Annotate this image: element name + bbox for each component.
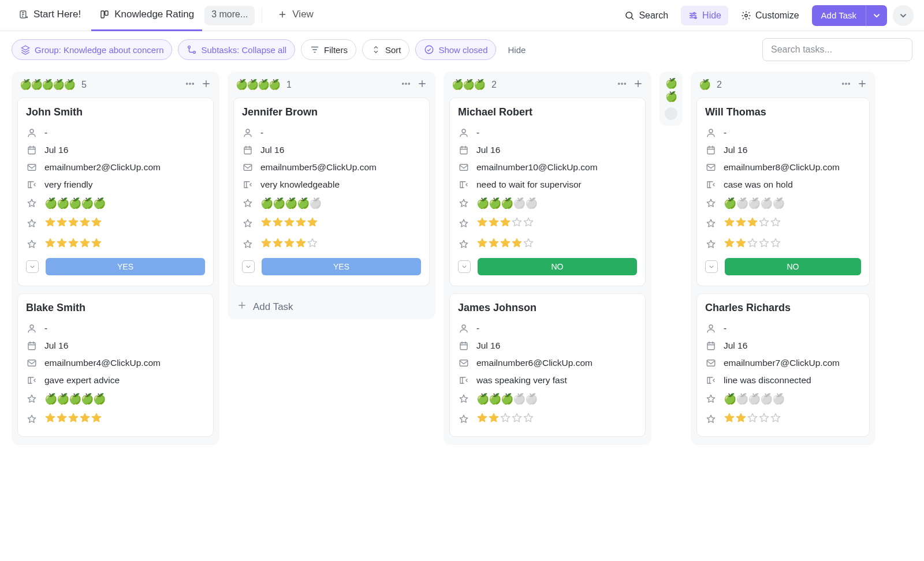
assignee-row[interactable]: - xyxy=(242,124,421,141)
date-value: Jul 16 xyxy=(724,145,747,155)
note-row[interactable]: need to wait for supervisor xyxy=(458,176,637,193)
note-row[interactable]: case was on hold xyxy=(705,176,861,193)
email-row[interactable]: emailnumber4@ClickUp.com xyxy=(26,354,205,372)
task-card[interactable]: Blake Smith-Jul 16emailnumber4@ClickUp.c… xyxy=(17,293,214,437)
result-row[interactable]: NO xyxy=(705,255,861,279)
result-pill[interactable]: YES xyxy=(262,258,421,275)
result-row[interactable]: YES xyxy=(26,255,205,279)
person-icon xyxy=(705,323,717,334)
date-row[interactable]: Jul 16 xyxy=(26,141,205,159)
search-tasks-input[interactable] xyxy=(762,38,912,61)
result-pill[interactable]: NO xyxy=(478,258,637,275)
stars1-row[interactable] xyxy=(458,213,637,234)
filters-chip[interactable]: Filters xyxy=(301,39,356,60)
column-add[interactable] xyxy=(417,78,427,91)
column-menu[interactable] xyxy=(401,78,411,91)
assignee-row[interactable]: - xyxy=(26,124,205,141)
add-task-row[interactable]: Add Task xyxy=(228,294,435,319)
task-card[interactable]: Jennifer Brown-Jul 16emailnumber5@ClickU… xyxy=(233,98,430,286)
stars1 xyxy=(476,412,534,426)
date-row[interactable]: Jul 16 xyxy=(705,337,861,354)
note-row[interactable]: very knowledgeable xyxy=(242,176,421,193)
dropdown-icon[interactable] xyxy=(26,260,39,273)
tab-start-here[interactable]: Start Here! xyxy=(10,0,89,31)
board-column: 🍏2Will Thomas-Jul 16emailnumber8@ClickUp… xyxy=(691,72,875,445)
column-menu[interactable] xyxy=(185,78,195,91)
customize-button[interactable]: Customize xyxy=(734,6,806,25)
stars2-row[interactable] xyxy=(26,234,205,255)
assignee-row[interactable]: - xyxy=(705,124,861,141)
task-card[interactable]: Will Thomas-Jul 16emailnumber8@ClickUp.c… xyxy=(696,98,870,286)
email-row[interactable]: emailnumber8@ClickUp.com xyxy=(705,159,861,176)
calendar-icon xyxy=(705,145,717,155)
column-add[interactable] xyxy=(857,78,867,91)
stars2-row[interactable] xyxy=(458,234,637,255)
email-row[interactable]: emailnumber5@ClickUp.com xyxy=(242,159,421,176)
note-row[interactable]: very friendly xyxy=(26,176,205,193)
stars1-row[interactable] xyxy=(458,409,637,429)
date-row[interactable]: Jul 16 xyxy=(26,337,205,354)
stars1-row[interactable] xyxy=(242,213,421,234)
rating-apples-row[interactable]: 🍏🍏🍏🍏🍏 xyxy=(705,193,861,213)
sort-chip[interactable]: Sort xyxy=(362,39,410,60)
assignee-row[interactable]: - xyxy=(458,124,637,141)
rating-apples-row[interactable]: 🍏🍏🍏🍏🍏 xyxy=(458,193,637,213)
column-menu[interactable] xyxy=(617,78,627,91)
date-row[interactable]: Jul 16 xyxy=(458,141,637,159)
add-view-button[interactable]: View xyxy=(269,0,322,31)
stars1-row[interactable] xyxy=(705,213,861,234)
date-row[interactable]: Jul 16 xyxy=(705,141,861,159)
task-card[interactable]: Michael Robert-Jul 16emailnumber10@Click… xyxy=(449,98,646,286)
hide-button[interactable]: Hide xyxy=(681,6,728,25)
stars2-row[interactable] xyxy=(705,234,861,255)
column-menu[interactable] xyxy=(841,78,851,91)
add-task-button[interactable]: Add Task xyxy=(812,5,866,26)
email-row[interactable]: emailnumber2@ClickUp.com xyxy=(26,159,205,176)
column-rating: 🍏🍏🍏🍏 xyxy=(236,78,280,91)
email-row[interactable]: emailnumber10@ClickUp.com xyxy=(458,159,637,176)
stars1-row[interactable] xyxy=(26,213,205,234)
rating-apples-row[interactable]: 🍏🍏🍏🍏🍏 xyxy=(458,389,637,409)
search-button[interactable]: Search xyxy=(617,6,675,25)
tab-more[interactable]: 3 more... xyxy=(204,6,255,25)
dropdown-icon[interactable] xyxy=(458,260,471,273)
rating-apples-row[interactable]: 🍏🍏🍏🍏🍏 xyxy=(26,389,205,409)
assignee-row[interactable]: - xyxy=(26,320,205,337)
stars1-row[interactable] xyxy=(26,409,205,429)
note-row[interactable]: was speaking very fast xyxy=(458,372,637,389)
rating-apples-row[interactable]: 🍏🍏🍏🍏🍏 xyxy=(26,193,205,213)
group-chip[interactable]: Group: Knowledge about concern xyxy=(12,39,172,60)
rating-apples-row[interactable]: 🍏🍏🍏🍏🍏 xyxy=(242,193,421,213)
task-card[interactable]: Charles Richards-Jul 16emailnumber7@Clic… xyxy=(696,293,870,437)
collapsed-column[interactable]: 🍏🍏 xyxy=(660,72,683,126)
dropdown-icon[interactable] xyxy=(705,260,718,273)
result-row[interactable]: NO xyxy=(458,255,637,279)
date-row[interactable]: Jul 16 xyxy=(242,141,421,159)
task-card[interactable]: James Johnson-Jul 16emailnumber6@ClickUp… xyxy=(449,293,646,437)
task-card[interactable]: John Smith-Jul 16emailnumber2@ClickUp.co… xyxy=(17,98,214,286)
result-row[interactable]: YES xyxy=(242,255,421,279)
date-row[interactable]: Jul 16 xyxy=(458,337,637,354)
more-menu-button[interactable] xyxy=(893,5,914,26)
tab-knowledge-rating[interactable]: Knowledge Rating xyxy=(91,0,202,31)
assignee-row[interactable]: - xyxy=(458,320,637,337)
subtasks-chip[interactable]: Subtasks: Collapse all xyxy=(178,39,295,60)
rating-apples-row[interactable]: 🍏🍏🍏🍏🍏 xyxy=(705,389,861,409)
result-pill[interactable]: YES xyxy=(46,258,205,275)
label: Group: Knowledge about concern xyxy=(35,45,163,55)
stars2-row[interactable] xyxy=(242,234,421,255)
add-task-dropdown[interactable] xyxy=(866,5,887,26)
assignee-row[interactable]: - xyxy=(705,320,861,337)
dropdown-icon[interactable] xyxy=(242,260,255,273)
stars1-row[interactable] xyxy=(705,409,861,429)
email-row[interactable]: emailnumber6@ClickUp.com xyxy=(458,354,637,372)
column-add[interactable] xyxy=(633,78,643,91)
email-row[interactable]: emailnumber7@ClickUp.com xyxy=(705,354,861,372)
column-count: 1 xyxy=(286,80,292,90)
column-add[interactable] xyxy=(201,78,211,91)
hide-chip[interactable]: Hide xyxy=(502,40,531,59)
note-row[interactable]: line was disconnected xyxy=(705,372,861,389)
show-closed-chip[interactable]: Show closed xyxy=(415,39,496,60)
note-row[interactable]: gave expert advice xyxy=(26,372,205,389)
result-pill[interactable]: NO xyxy=(725,258,861,275)
